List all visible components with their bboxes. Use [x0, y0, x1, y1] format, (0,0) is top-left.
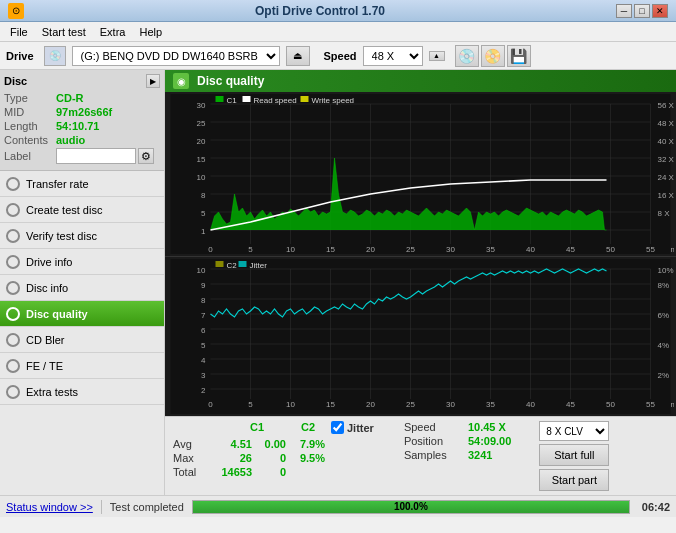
extra-tests-icon: [6, 385, 20, 399]
svg-text:5: 5: [248, 245, 253, 254]
disc-type-row: Type CD-R: [4, 92, 160, 104]
c1-chart: 30 25 20 15 10 8 5 1 56 X 48 X 40 X 32 X…: [167, 94, 674, 254]
disc-label-icon-btn[interactable]: ⚙: [138, 148, 154, 164]
speed-value: 10.45 X: [468, 421, 506, 433]
disc-panel: Disc ▶ Type CD-R MID 97m26s66f Length 54…: [0, 70, 164, 171]
sidebar-item-create-test-disc[interactable]: Create test disc: [0, 197, 164, 223]
svg-text:10: 10: [286, 400, 295, 409]
drive-select[interactable]: (G:) BENQ DVD DD DW1640 BSRB: [72, 46, 280, 66]
disc-info-label: Disc info: [26, 282, 68, 294]
position-row: Position 54:09.00: [404, 435, 511, 447]
jitter-checkbox[interactable]: [331, 421, 344, 434]
sidebar-item-disc-info[interactable]: Disc info: [0, 275, 164, 301]
disc-type-value: CD-R: [56, 92, 84, 104]
status-time: 06:42: [642, 501, 670, 513]
toolbar-btn-2[interactable]: 📀: [481, 45, 505, 67]
start-full-button[interactable]: Start full: [539, 444, 609, 466]
svg-text:30: 30: [446, 400, 455, 409]
disc-quality-header: ◉ Disc quality: [165, 70, 676, 92]
progress-bar-container: 100.0%: [192, 500, 630, 514]
svg-text:1: 1: [201, 227, 206, 236]
cd-bler-icon: [6, 333, 20, 347]
charts-area: 30 25 20 15 10 8 5 1 56 X 48 X 40 X 32 X…: [165, 92, 676, 416]
menu-extra[interactable]: Extra: [94, 24, 132, 40]
start-part-button[interactable]: Start part: [539, 469, 609, 491]
maximize-button[interactable]: □: [634, 4, 650, 18]
disc-contents-value: audio: [56, 134, 85, 146]
speed-selector[interactable]: 8 X CLV: [539, 421, 609, 441]
sidebar-item-transfer-rate[interactable]: Transfer rate: [0, 171, 164, 197]
disc-mid-label: MID: [4, 106, 56, 118]
sidebar: Disc ▶ Type CD-R MID 97m26s66f Length 54…: [0, 70, 165, 495]
svg-text:4: 4: [201, 356, 206, 365]
avg-jitter: 7.9%: [290, 438, 325, 450]
speed-spinner[interactable]: ▲: [429, 51, 445, 61]
svg-text:35: 35: [486, 400, 495, 409]
menu-file[interactable]: File: [4, 24, 34, 40]
svg-text:20: 20: [197, 137, 206, 146]
svg-text:55: 55: [646, 400, 655, 409]
svg-text:56 X: 56 X: [658, 101, 675, 110]
svg-text:min: min: [671, 245, 675, 254]
jitter-checkbox-container: Jitter: [331, 421, 374, 434]
status-divider: [101, 500, 102, 514]
svg-text:5: 5: [201, 341, 206, 350]
svg-text:40: 40: [526, 400, 535, 409]
svg-text:5: 5: [201, 209, 206, 218]
menu-help[interactable]: Help: [133, 24, 168, 40]
svg-rect-52: [301, 96, 309, 102]
svg-text:6: 6: [201, 326, 206, 335]
total-row: Total 14653 0: [173, 466, 374, 478]
svg-text:25: 25: [197, 119, 206, 128]
disc-label-input[interactable]: [56, 148, 136, 164]
svg-text:48 X: 48 X: [658, 119, 675, 128]
disc-length-value: 54:10.71: [56, 120, 99, 132]
sidebar-item-disc-quality[interactable]: Disc quality: [0, 301, 164, 327]
drive-bar: Drive 💿 (G:) BENQ DVD DD DW1640 BSRB ⏏ S…: [0, 42, 676, 70]
svg-text:8 X: 8 X: [658, 209, 671, 218]
menu-start-test[interactable]: Start test: [36, 24, 92, 40]
toolbar-btn-save[interactable]: 💾: [507, 45, 531, 67]
toolbar-btn-1[interactable]: 💿: [455, 45, 479, 67]
create-test-disc-icon: [6, 203, 20, 217]
sidebar-item-cd-bler[interactable]: CD Bler: [0, 327, 164, 353]
disc-length-label: Length: [4, 120, 56, 132]
svg-rect-48: [216, 96, 224, 102]
transfer-rate-icon: [6, 177, 20, 191]
status-bar: Status window >> Test completed 100.0% 0…: [0, 495, 676, 517]
speed-select[interactable]: 48 X: [363, 46, 423, 66]
total-label: Total: [173, 466, 208, 478]
action-buttons: 8 X CLV Start full Start part: [539, 421, 609, 491]
sidebar-item-extra-tests[interactable]: Extra tests: [0, 379, 164, 405]
drive-info-icon: [6, 255, 20, 269]
disc-length-row: Length 54:10.71: [4, 120, 160, 132]
eject-button[interactable]: ⏏: [286, 46, 310, 66]
drive-icon: 💿: [44, 46, 66, 66]
sidebar-item-drive-info[interactable]: Drive info: [0, 249, 164, 275]
sidebar-item-verify-test-disc[interactable]: Verify test disc: [0, 223, 164, 249]
disc-contents-row: Contents audio: [4, 134, 160, 146]
svg-rect-54: [171, 259, 671, 414]
svg-text:8%: 8%: [658, 281, 670, 290]
close-button[interactable]: ✕: [652, 4, 668, 18]
svg-text:Write speed: Write speed: [312, 96, 355, 105]
stats-header: C1 C2 Jitter: [173, 421, 374, 434]
status-window-button[interactable]: Status window >>: [6, 501, 93, 513]
speed-up[interactable]: ▲: [429, 51, 445, 61]
svg-text:Jitter: Jitter: [250, 261, 268, 270]
svg-text:8: 8: [201, 296, 206, 305]
svg-text:50: 50: [606, 400, 615, 409]
svg-text:10: 10: [286, 245, 295, 254]
max-c2: 0: [256, 452, 286, 464]
disc-mid-row: MID 97m26s66f: [4, 106, 160, 118]
app-icon: ⊙: [8, 3, 24, 19]
minimize-button[interactable]: ─: [616, 4, 632, 18]
c2-jitter-chart: 10 9 8 7 6 5 4 3 2 10% 8% 6% 4% 2% 0: [167, 259, 674, 414]
svg-text:40 X: 40 X: [658, 137, 675, 146]
disc-nav-button[interactable]: ▶: [146, 74, 160, 88]
svg-text:24 X: 24 X: [658, 173, 675, 182]
samples-key: Samples: [404, 449, 464, 461]
svg-text:30: 30: [197, 101, 206, 110]
sidebar-item-fe-te[interactable]: FE / TE: [0, 353, 164, 379]
disc-label-label: Label: [4, 150, 56, 162]
